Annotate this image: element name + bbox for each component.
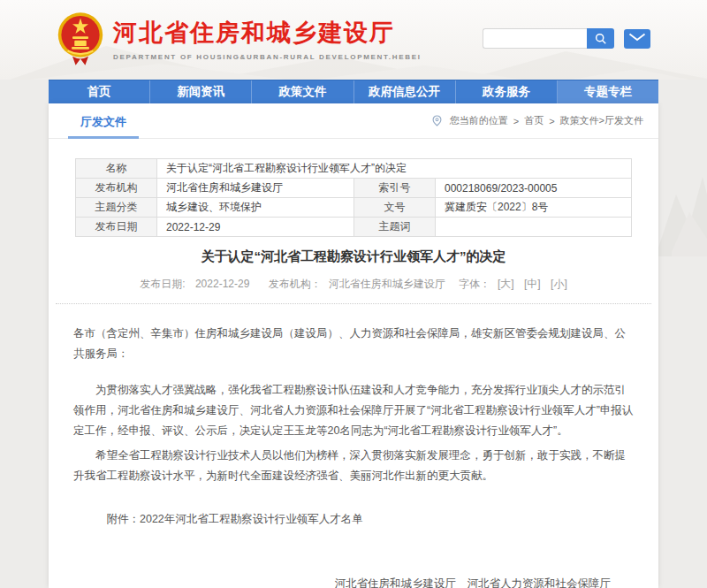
meta-value-index: 000218069/2023-00005 <box>436 179 632 198</box>
nav-item-services[interactable]: 政务服务 <box>456 80 558 103</box>
site-title: 河北省住房和城乡建设厅 <box>113 17 422 49</box>
meta-label-category: 主题分类 <box>76 198 157 218</box>
meta-label-date: 发布日期 <box>76 218 157 237</box>
meta-value-keywords <box>436 218 632 237</box>
article-meta: 发布日期: 2022-12-29 发布机构：河北省住房和城乡建设厅 字体：[大]… <box>49 277 658 292</box>
breadcrumb-separator: > <box>549 116 554 126</box>
location-pin-icon <box>432 115 442 126</box>
meta-value-category: 城乡建设、环境保护 <box>157 198 354 218</box>
meta-value-date: 2022-12-29 <box>157 218 354 237</box>
meta-value-docnum: 冀建质安〔2022〕8号 <box>436 198 632 218</box>
nav-item-special[interactable]: 专题专栏 <box>558 80 658 103</box>
table-row: 发布日期 2022-12-29 主题词 <box>76 218 632 237</box>
font-size-large-button[interactable]: [大] <box>498 278 514 290</box>
breadcrumb-home[interactable]: 首页 <box>524 114 544 127</box>
nav-item-gov-info[interactable]: 政府信息公开 <box>354 80 456 103</box>
article-paragraph: 希望全省工程勘察设计行业技术人员以他们为榜样，深入贯彻落实新发展理念，勇于创新，… <box>73 446 634 486</box>
document-meta-table: 名称 关于认定“河北省工程勘察设计行业领军人才”的决定 发布机构 河北省住房和城… <box>75 158 632 237</box>
nav-item-policy[interactable]: 政策文件 <box>252 80 354 103</box>
article-paragraph: 为贯彻落实人才强冀战略，强化我省工程勘察设计队伍建设和人才竞争能力，充分发挥行业… <box>73 380 634 441</box>
site-header: 河北省住房和城乡建设厅 DEPARTMENT OF HOUSING&URBAN-… <box>0 0 707 80</box>
meta-label-agency: 发布机构 <box>76 179 157 198</box>
meta-label-docnum: 文号 <box>354 198 436 218</box>
article-paragraph: 各市（含定州、辛集市）住房和城乡建设局（建设局）、人力资源和社会保障局，雄安新区… <box>73 324 634 364</box>
breadcrumb-separator: > <box>513 116 519 126</box>
site-subtitle: DEPARTMENT OF HOUSING&URBAN-RURAL DEVELO… <box>113 53 422 61</box>
site-title-block: 河北省住房和城乡建设厅 DEPARTMENT OF HOUSING&URBAN-… <box>113 17 422 61</box>
national-emblem-icon <box>57 11 104 67</box>
font-size-label: 字体： <box>459 278 490 290</box>
publish-date-label: 发布日期: <box>140 278 188 290</box>
attachment-link[interactable]: 附件：2022年河北省工程勘察设计行业领军人才名单 <box>73 509 634 530</box>
search-button[interactable] <box>587 28 614 49</box>
meta-label-keywords: 主题词 <box>354 218 436 237</box>
breadcrumb-prefix: 您当前的位置 <box>450 114 508 127</box>
tab-department-documents[interactable]: 厅发文件 <box>68 103 139 139</box>
search-box <box>483 28 614 49</box>
breadcrumb: 您当前的位置 > 首页 > 政策文件>厅发文件 <box>432 114 646 127</box>
meta-label-name: 名称 <box>76 159 157 179</box>
article-signature: 河北省住房和城乡建设厅 河北省人力资源和社会保障厅 <box>73 574 634 588</box>
content-card: 厅发文件 您当前的位置 > 首页 > 政策文件>厅发文件 名称 关于认定“河北省… <box>49 103 658 588</box>
search-icon <box>595 33 607 45</box>
side-watermark <box>654 141 707 256</box>
nav-item-home[interactable]: 首页 <box>49 80 150 103</box>
main-nav: 首页 新闻资讯 政策文件 政府信息公开 政务服务 专题专栏 <box>49 80 658 103</box>
meta-value-agency: 河北省住房和城乡建设厅 <box>157 179 354 198</box>
font-size-small-button[interactable]: [小] <box>551 278 567 290</box>
agency-label: 发布机构： <box>269 278 322 290</box>
publish-date: 2022-12-29 <box>195 278 249 290</box>
table-row: 发布机构 河北省住房和城乡建设厅 索引号 000218069/2023-0000… <box>76 179 632 198</box>
article-title: 关于认定“河北省工程勘察设计行业领军人才”的决定 <box>49 248 658 265</box>
section-tabbar: 厅发文件 您当前的位置 > 首页 > 政策文件>厅发文件 <box>49 103 658 139</box>
table-row: 名称 关于认定“河北省工程勘察设计行业领军人才”的决定 <box>76 159 632 179</box>
mail-button[interactable] <box>624 29 650 49</box>
font-size-medium-button[interactable]: [中] <box>524 278 541 290</box>
breadcrumb-current[interactable]: 政策文件>厅发文件 <box>560 114 643 127</box>
nav-item-news[interactable]: 新闻资讯 <box>150 80 252 103</box>
table-row: 主题分类 城乡建设、环境保护 文号 冀建质安〔2022〕8号 <box>76 198 632 218</box>
meta-label-index: 索引号 <box>354 179 436 198</box>
article-body: 各市（含定州、辛集市）住房和城乡建设局（建设局）、人力资源和社会保障局，雄安新区… <box>49 304 658 588</box>
site-brand: 河北省住房和城乡建设厅 DEPARTMENT OF HOUSING&URBAN-… <box>57 11 422 67</box>
mail-icon <box>628 33 646 45</box>
meta-value-name: 关于认定“河北省工程勘察设计行业领军人才”的决定 <box>157 159 632 179</box>
agency-value: 河北省住房和城乡建设厅 <box>329 278 445 290</box>
search-input[interactable] <box>483 28 587 49</box>
